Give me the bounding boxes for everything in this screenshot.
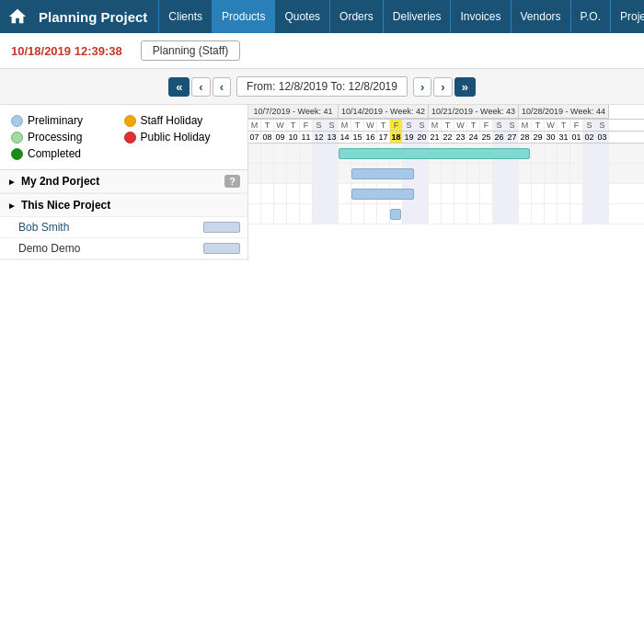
gantt-day-col xyxy=(248,184,261,204)
gantt-day-col xyxy=(403,204,416,224)
gantt-day-col xyxy=(519,204,532,224)
day-number: 07 xyxy=(248,132,261,143)
project-nice-arrow: ► xyxy=(7,201,17,211)
gantt-day-col xyxy=(596,184,609,204)
gantt-day-col xyxy=(480,164,493,184)
left-panel: Preliminary Staff Holiday Processing Pub… xyxy=(0,105,248,260)
day-letter: T xyxy=(351,120,364,131)
day-letter: M xyxy=(248,120,261,131)
day-number: 17 xyxy=(377,132,390,143)
gantt-row-my2nd xyxy=(248,144,644,164)
bob-smith-name[interactable]: Bob Smith xyxy=(18,221,69,234)
day-number: 10 xyxy=(287,132,300,143)
week-header-row: 10/7/2019 - Week: 41 10/14/2019 - Week: … xyxy=(248,105,644,120)
legend-completed: Completed xyxy=(11,147,124,160)
legend-preliminary: Preliminary xyxy=(11,114,124,127)
day-number: 28 xyxy=(519,132,532,143)
day-letter: S xyxy=(583,120,596,131)
gantt-day-col xyxy=(467,164,480,184)
gantt-day-col xyxy=(287,204,300,224)
nav-last-button[interactable]: » xyxy=(454,77,476,97)
gantt-day-col xyxy=(248,144,261,164)
gantt-panel: 10/7/2019 - Week: 41 10/14/2019 - Week: … xyxy=(248,105,644,260)
project-my2nd-badge: ? xyxy=(224,175,240,188)
completed-label: Completed xyxy=(28,147,81,160)
gantt-day-col xyxy=(300,204,313,224)
demo-demo-placeholder-bar xyxy=(203,243,240,254)
day-letter: S xyxy=(506,120,519,131)
nav-po[interactable]: P.O. xyxy=(570,0,610,33)
project-my2nd-row[interactable]: ► My 2nd Porject ? xyxy=(0,170,247,193)
gantt-day-col xyxy=(429,164,442,184)
nav-quotes[interactable]: Quotes xyxy=(274,0,329,33)
preliminary-dot xyxy=(11,115,23,127)
day-number: 25 xyxy=(480,132,493,143)
nav-vendors[interactable]: Vendors xyxy=(511,0,570,33)
gantt-day-col xyxy=(274,144,287,164)
project-nice-row[interactable]: ► This Nice Project xyxy=(0,194,247,217)
gantt-day-col xyxy=(558,204,570,224)
nav-next-small-button[interactable]: › xyxy=(413,77,431,97)
gantt-row-bob xyxy=(248,184,644,204)
day-number: 26 xyxy=(493,132,506,143)
nav-next-button[interactable]: › xyxy=(433,77,452,97)
nav-first-button[interactable]: « xyxy=(168,77,190,97)
gantt-day-col xyxy=(339,204,351,224)
day-letter: F xyxy=(300,120,313,131)
day-letter: S xyxy=(313,120,326,131)
nav-orders[interactable]: Orders xyxy=(329,0,383,33)
gantt-day-col xyxy=(480,204,493,224)
gantt-day-col xyxy=(596,204,609,224)
planning-button[interactable]: Planning (Staff) xyxy=(141,40,241,61)
day-number: 27 xyxy=(506,132,519,143)
gantt-day-col xyxy=(570,144,583,164)
demo-demo-name[interactable]: Demo Demo xyxy=(18,242,80,255)
nav-clients[interactable]: Clients xyxy=(158,0,212,33)
day-letter: T xyxy=(261,120,274,131)
gantt-day-col xyxy=(416,184,429,204)
gantt-day-col xyxy=(467,204,480,224)
day-letter: T xyxy=(558,120,570,131)
gantt-row-nice xyxy=(248,164,644,184)
day-letter: W xyxy=(274,120,287,131)
nav-invoices[interactable]: Invoices xyxy=(450,0,510,33)
staff-holiday-label: Staff Holiday xyxy=(141,114,203,127)
gantt-scroll[interactable]: 10/7/2019 - Week: 41 10/14/2019 - Week: … xyxy=(248,105,644,224)
gantt-day-col xyxy=(339,184,351,204)
nav-projects[interactable]: Projects xyxy=(610,0,644,33)
gantt-day-col xyxy=(429,184,442,204)
nav-prev-button[interactable]: ‹ xyxy=(191,77,210,97)
day-letter: T xyxy=(467,120,480,131)
nav-prev-small-button[interactable]: ‹ xyxy=(213,77,231,97)
legend: Preliminary Staff Holiday Processing Pub… xyxy=(0,105,247,170)
gantt-day-col xyxy=(570,204,583,224)
gantt-day-col xyxy=(519,184,532,204)
gantt-day-col xyxy=(442,184,454,204)
day-number: 18 xyxy=(390,132,403,143)
day-letters-row: MTWTFSSMTWTFSSMTWTFSSMTWTFSS xyxy=(248,120,644,132)
gantt-day-col xyxy=(261,144,274,164)
nav-products[interactable]: Products xyxy=(212,0,274,33)
gantt-day-col xyxy=(313,184,326,204)
gantt-day-col xyxy=(596,164,609,184)
gantt-day-col xyxy=(454,164,467,184)
nav-deliveries[interactable]: Deliveries xyxy=(383,0,451,33)
day-number: 30 xyxy=(545,132,558,143)
gantt-row-demo xyxy=(248,204,644,224)
project-nice: ► This Nice Project Bob Smith Demo Demo xyxy=(0,194,247,260)
gantt-day-col xyxy=(532,184,545,204)
gantt-day-col xyxy=(248,204,261,224)
demo-demo-row: Demo Demo xyxy=(0,238,247,259)
processing-dot xyxy=(11,132,23,144)
day-number: 20 xyxy=(416,132,429,143)
logo[interactable] xyxy=(0,0,35,33)
day-number: 02 xyxy=(583,132,596,143)
subheader: 10/18/2019 12:39:38 Planning (Staff) xyxy=(0,33,644,69)
bob-smith-row: Bob Smith xyxy=(0,217,247,238)
day-number: 15 xyxy=(351,132,364,143)
gantt-day-col xyxy=(583,184,596,204)
gantt-day-col xyxy=(532,144,545,164)
week-43-header: 10/21/2019 - Week: 43 xyxy=(429,105,519,119)
project-my2nd-name: My 2nd Porject xyxy=(21,175,221,188)
legend-public-holiday: Public Holiday xyxy=(124,131,237,144)
